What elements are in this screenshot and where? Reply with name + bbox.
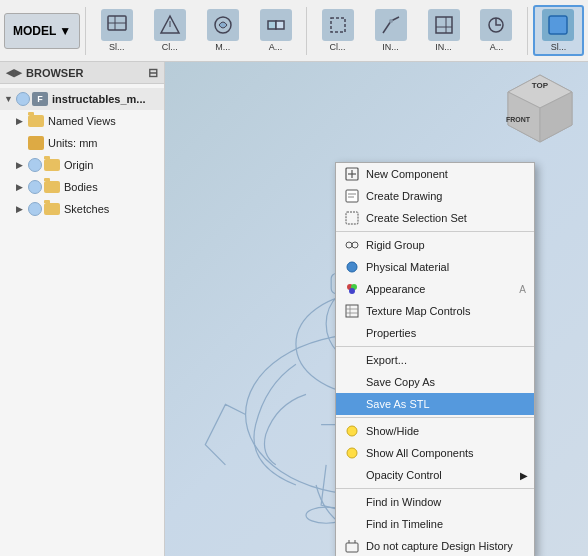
units-icon [28,136,44,150]
toolbar-separator-3 [527,7,528,55]
svg-rect-45 [346,305,358,317]
context-menu: New Component Create Drawing Create Sele… [335,162,535,556]
toolbar-item-modify[interactable]: M... [197,7,248,54]
show-hide-icon [344,423,360,439]
assemble-label: A... [269,42,283,52]
canvas-area[interactable]: TOP FRONT New Component Create Drawing C… [165,62,588,556]
menu-item-create-selection-set[interactable]: Create Selection Set [336,207,534,229]
named-views-folder-icon [28,115,44,127]
toolbar-item-addins[interactable]: A... [471,7,522,54]
opacity-control-icon [344,467,360,483]
menu-item-properties[interactable]: Properties [336,322,534,344]
model-menu-button[interactable]: MODEL ▼ [4,13,80,49]
tree-origin[interactable]: ▶ Origin [0,154,164,176]
menu-item-rigid-group[interactable]: Rigid Group [336,234,534,256]
viewcube[interactable]: TOP FRONT [500,70,580,150]
origin-visibility-icon[interactable] [28,158,42,172]
tree-units[interactable]: Units: mm [0,132,164,154]
no-design-history-icon [344,538,360,554]
separator-3 [336,417,534,418]
insert-icon [428,9,460,41]
find-in-window-label: Find in Window [366,496,441,508]
svg-rect-12 [436,17,452,33]
construct-label: Cl... [330,42,346,52]
new-component-label: New Component [366,168,448,180]
svg-rect-16 [549,16,567,34]
export-label: Export... [366,354,407,366]
origin-folder-icon [44,159,60,171]
tree-sketches[interactable]: ▶ Sketches [0,198,164,220]
create-selection-set-icon [344,210,360,226]
inspect-label: IN... [382,42,399,52]
menu-item-show-all-components[interactable]: Show All Components [336,442,534,464]
select-icon [542,9,574,41]
menu-item-create-drawing[interactable]: Create Drawing [336,185,534,207]
toolbar-item-create[interactable]: Cl... [144,7,195,54]
insert-label: IN... [435,42,452,52]
svg-point-11 [389,19,393,23]
menu-item-appearance[interactable]: Appearance A [336,278,534,300]
inspect-icon [375,9,407,41]
texture-map-icon [344,303,360,319]
menu-item-find-in-timeline[interactable]: Find in Timeline [336,513,534,535]
menu-item-physical-material[interactable]: Physical Material [336,256,534,278]
toolbar-item-select[interactable]: Sl... [533,5,584,56]
sketches-arrow: ▶ [16,204,28,214]
toolbar-item-assemble[interactable]: A... [250,7,301,54]
browser-collapse-icon[interactable]: ◀▶ [6,67,22,78]
create-icon [154,9,186,41]
new-component-icon [344,166,360,182]
bodies-label: Bodies [64,181,98,193]
export-icon [344,352,360,368]
create-label: Cl... [162,42,178,52]
root-arrow-icon: ▼ [4,94,16,104]
bodies-folder-icon [44,181,60,193]
toolbar-item-inspect[interactable]: IN... [365,7,416,54]
root-file-icon: F [32,92,48,106]
rigid-group-icon [344,237,360,253]
appearance-icon [344,281,360,297]
model-label: MODEL [13,24,56,38]
physical-material-label: Physical Material [366,261,449,273]
save-as-stl-label: Save As STL [366,398,430,410]
physical-material-icon [344,259,360,275]
menu-item-export[interactable]: Export... [336,349,534,371]
toolbar-item-sketch[interactable]: Sl... [91,7,142,54]
tree-bodies[interactable]: ▶ Bodies [0,176,164,198]
menu-item-new-component[interactable]: New Component [336,163,534,185]
menu-item-show-hide[interactable]: Show/Hide [336,420,534,442]
show-all-components-icon [344,445,360,461]
no-design-history-label: Do not capture Design History [366,540,513,552]
toolbar-item-insert[interactable]: IN... [418,7,469,54]
properties-icon [344,325,360,341]
named-views-arrow: ▶ [16,116,28,126]
svg-rect-34 [346,190,358,202]
construct-icon [322,9,354,41]
toolbar-item-construct[interactable]: Cl... [312,7,363,54]
addins-icon [480,9,512,41]
browser-header: ◀▶ BROWSER ⊟ [0,62,164,84]
menu-item-no-design-history[interactable]: Do not capture Design History [336,535,534,556]
sketch-label: Sl... [109,42,125,52]
root-visibility-icon[interactable] [16,92,30,106]
tree-named-views[interactable]: ▶ Named Views [0,110,164,132]
browser-pin-icon[interactable]: ⊟ [148,66,158,80]
separator-1 [336,231,534,232]
menu-item-find-in-window[interactable]: Find in Window [336,491,534,513]
menu-item-save-as-stl[interactable]: Save As STL [336,393,534,415]
sketches-visibility-icon[interactable] [28,202,42,216]
svg-text:FRONT: FRONT [506,116,531,123]
sketches-folder-icon [44,203,60,215]
addins-label: A... [490,42,504,52]
tree-root-item[interactable]: ▼ F instructables_m... [0,88,164,110]
bodies-visibility-icon[interactable] [28,180,42,194]
assemble-icon [260,9,292,41]
save-copy-as-icon [344,374,360,390]
menu-item-texture-map[interactable]: Texture Map Controls [336,300,534,322]
sketch-icon [101,9,133,41]
menu-item-opacity-control[interactable]: Opacity Control ▶ [336,464,534,486]
opacity-control-arrow: ▶ [520,470,528,481]
svg-point-39 [352,242,358,248]
menu-item-save-copy-as[interactable]: Save Copy As [336,371,534,393]
svg-point-41 [347,262,357,272]
